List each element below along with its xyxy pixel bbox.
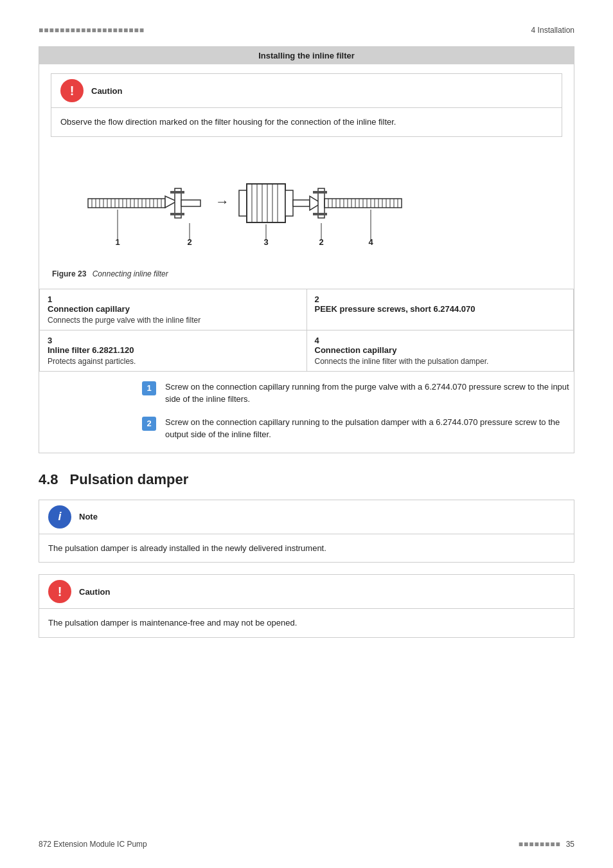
note-label: Note	[79, 512, 98, 521]
legend-num-4: 4	[315, 336, 319, 345]
section-num: 4.8	[39, 471, 58, 488]
svg-rect-35	[293, 200, 310, 206]
page-container: ■■■■■■■■■■■■■■■■■■■■ 4 Installation Inst…	[0, 0, 613, 868]
legend-cell-4: 4 Connection capillary Connects the inli…	[306, 330, 574, 371]
figure-area: →	[39, 149, 574, 285]
svg-rect-34	[285, 190, 293, 216]
caution2-label: Caution	[79, 587, 110, 597]
figure-caption: Figure 23 Connecting inline filter	[46, 269, 168, 278]
footer-product: 872 Extension Module IC Pump	[39, 840, 147, 849]
svg-rect-24	[181, 200, 200, 206]
svg-rect-38	[313, 191, 327, 194]
section-title: Pulsation damper	[70, 471, 189, 488]
figure-svg: →	[75, 149, 538, 264]
figure-caption-num: Figure 23	[52, 269, 86, 278]
header-section: 4 Installation	[531, 26, 574, 35]
note-icon: i	[48, 505, 71, 529]
legend-cell-3: 3 Inline filter 6.2821.120 Protects agai…	[40, 330, 307, 371]
section-heading-4-8: 4.8 Pulsation damper	[39, 471, 574, 488]
step-badge-2: 2	[142, 417, 156, 431]
note-notice-header: i Note	[39, 500, 574, 534]
step-text-1: Screw on the connection capillary runnin…	[165, 381, 574, 406]
legend-num-3: 3	[48, 336, 52, 345]
footer: 872 Extension Module IC Pump ■■■■■■■■ 35	[39, 840, 574, 849]
header: ■■■■■■■■■■■■■■■■■■■■ 4 Installation	[39, 26, 574, 35]
installing-section-title: Installing the inline filter	[39, 47, 574, 64]
caution2-notice-header: ! Caution	[39, 575, 574, 609]
note-notice-box: i Note The pulsation damper is already i…	[39, 500, 574, 563]
caution-icon: !	[60, 79, 84, 102]
legend-row-3-4: 3 Inline filter 6.2821.120 Protects agai…	[40, 330, 574, 371]
legend-row-1-2: 1 Connection capillary Connects the purg…	[40, 289, 574, 330]
svg-rect-22	[170, 191, 184, 194]
figure-caption-text: Connecting inline filter	[93, 269, 168, 278]
svg-rect-23	[170, 213, 184, 215]
installing-section-box: Installing the inline filter ! Caution O…	[39, 46, 574, 453]
steps-area: 1 Screw on the connection capillary runn…	[142, 381, 574, 441]
legend-cell-1: 1 Connection capillary Connects the purg…	[40, 289, 307, 330]
step-row-2: 2 Screw on the connection capillary runn…	[142, 416, 574, 441]
caution-notice-box: ! Caution Observe the flow direction mar…	[51, 73, 562, 137]
note-body: The pulsation damper is already installe…	[39, 534, 574, 563]
legend-desc-4: Connects the inline filter with the puls…	[315, 357, 489, 366]
figure-diagram: →	[46, 149, 567, 264]
legend-num-2: 2	[315, 294, 319, 304]
header-dots: ■■■■■■■■■■■■■■■■■■■■	[39, 26, 145, 35]
caution2-icon: !	[48, 580, 71, 603]
caution-notice-header: ! Caution	[51, 74, 562, 108]
caution2-notice-box: ! Caution The pulsation damper is mainte…	[39, 574, 574, 638]
svg-rect-26	[239, 190, 247, 216]
caution2-body: The pulsation damper is maintenance-free…	[39, 609, 574, 637]
footer-page: 35	[566, 840, 574, 849]
legend-title-2: PEEK pressure screws, short 6.2744.070	[315, 304, 566, 314]
step-badge-1: 1	[142, 381, 156, 395]
legend-title-1: Connection capillary	[48, 304, 299, 314]
caution-label: Caution	[91, 86, 122, 96]
caution-body: Observe the flow direction marked on the…	[51, 108, 562, 136]
svg-rect-39	[313, 213, 327, 215]
footer-dots: ■■■■■■■■	[519, 840, 561, 849]
step-text-2: Screw on the connection capillary runnin…	[165, 416, 574, 441]
legend-table: 1 Connection capillary Connects the purg…	[39, 289, 574, 372]
legend-num-1: 1	[48, 294, 52, 304]
svg-text:→: →	[215, 194, 229, 210]
legend-title-3: Inline filter 6.2821.120	[48, 345, 299, 355]
legend-desc-3: Protects against particles.	[48, 357, 136, 366]
svg-rect-27	[247, 184, 285, 222]
legend-cell-2: 2 PEEK pressure screws, short 6.2744.070	[306, 289, 574, 330]
legend-desc-1: Connects the purge valve with the inline…	[48, 316, 200, 325]
legend-title-4: Connection capillary	[315, 345, 566, 355]
step-row-1: 1 Screw on the connection capillary runn…	[142, 381, 574, 406]
